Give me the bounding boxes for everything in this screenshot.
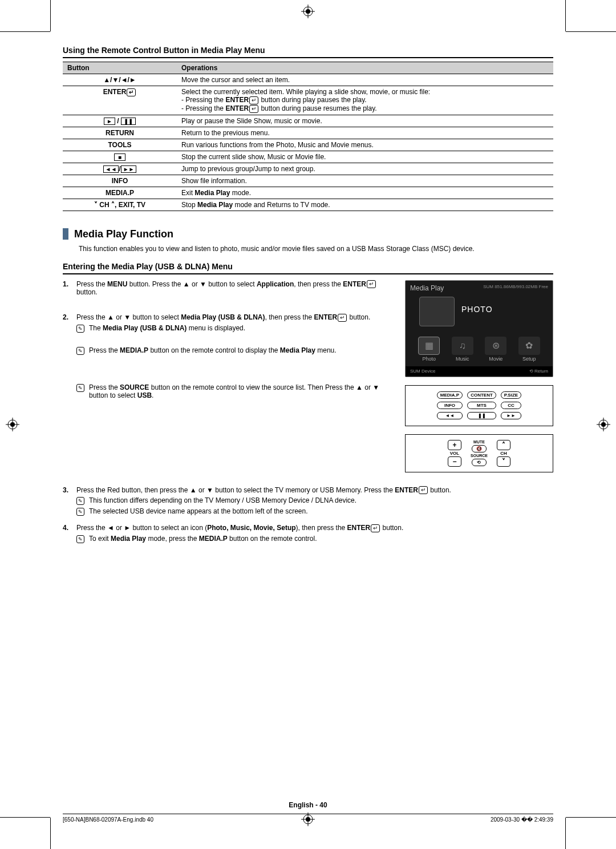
table-row: ■Stop the current slide show, Music or M… [63,151,553,163]
remote-button: INFO [437,402,463,409]
osd-bottom-right: ⟲ Return [529,369,548,374]
remote-button: MEDIA.P [437,391,463,399]
enter-icon: ↵ [419,486,428,494]
note-icon: ✎ [76,508,84,516]
table-row: INFOShow file information. [63,175,553,187]
section-title: Media Play Function [74,228,173,240]
volume-down-icon: − [448,456,461,467]
remote-button: CONTENT [467,391,496,399]
osd-item-setup: ✿Setup [518,337,540,362]
enter-icon: ↵ [367,280,376,288]
button-operations-table: Button Operations ▲/▼/◄/►Move the cursor… [63,62,553,211]
osd-storage: SUM 851.86MB/993.02MB Free [483,284,548,289]
osd-photo-thumb-icon [419,297,455,326]
osd-preview: Media Play SUM 851.86MB/993.02MB Free PH… [405,280,553,377]
section-heading: Using the Remote Control Button in Media… [63,46,553,58]
table-row: RETURNReturn to the previous menu. [63,127,553,139]
osd-bottom-left: SUM Device [410,369,435,374]
sub-heading: Entering the Media Play (USB & DLNA) Men… [63,262,553,274]
osd-item-movie: ⊛Movie [485,337,506,362]
registration-mark-icon [301,5,315,18]
enter-icon: ↵ [338,314,347,322]
table-row: ► / ❚❚Play or pause the Slide Show, musi… [63,115,553,127]
section-description: This function enables you to view and li… [79,245,553,253]
note-icon: ✎ [76,325,84,333]
remote-diagram-2: + VOL − MUTE 🔇 SOURCE ⟲ ˄ CH ˅ [405,434,553,472]
section-bar-icon [63,228,68,240]
osd-item-photo: ▦Photo [418,337,440,362]
table-header-button: Button [63,62,177,74]
step-4: 4. Press the ◄ or ► button to select an … [63,524,553,543]
step-3: 3. Press the Red button, then press the … [63,486,553,516]
table-header-operations: Operations [177,62,553,74]
footer-date: 2009-03-30 �� 2:49:39 [491,816,553,823]
table-row: ˅ CH ˄, EXIT, TVStop Media Play mode and… [63,199,553,211]
table-row: ENTER↵Select the currently selected item… [63,86,553,115]
remote-button: MTS [467,402,496,409]
enter-icon: ↵ [371,524,380,532]
remote-button: P.SIZE [501,391,521,399]
remote-diagram-1: MEDIA.P CONTENT P.SIZE INFO MTS CC ◄◄ ❚❚… [405,385,553,426]
mute-button-icon: 🔇 [472,445,487,452]
volume-up-icon: + [448,440,461,450]
page-number: English - 40 [63,801,553,809]
source-button-icon: ⟲ [472,459,487,466]
remote-button: ❚❚ [467,412,496,419]
remote-button: ►► [501,412,521,419]
table-row: ▲/▼/◄/►Move the cursor and select an ite… [63,74,553,86]
note-icon: ✎ [76,384,84,392]
channel-up-icon: ˄ [497,440,510,450]
note-icon: ✎ [76,347,84,355]
note-icon: ✎ [76,535,84,543]
osd-item-music: ♫Music [452,337,473,362]
remote-button: ◄◄ [437,412,463,419]
step-1: 1. Press the MENU button. Press the ▲ or… [63,280,395,297]
source-label: SOURCE [471,454,488,458]
table-row: MEDIA.PExit Media Play mode. [63,187,553,199]
registration-mark-icon [597,418,610,431]
table-row: TOOLSRun various functions from the Phot… [63,139,553,151]
table-row: ◄◄/►►Jump to previous group/Jump to next… [63,163,553,175]
channel-down-icon: ˅ [497,456,510,467]
osd-photo-label: PHOTO [461,305,493,314]
remote-button: CC [501,402,521,409]
footer-file: [650-NA]BN68-02097A-Eng.indb 40 [63,816,153,823]
osd-title: Media Play [410,284,444,292]
note-icon: ✎ [76,497,84,505]
registration-mark-icon [6,418,19,431]
mute-label: MUTE [473,440,485,444]
step-2: 2. Press the ▲ or ▼ button to select Med… [63,313,395,399]
